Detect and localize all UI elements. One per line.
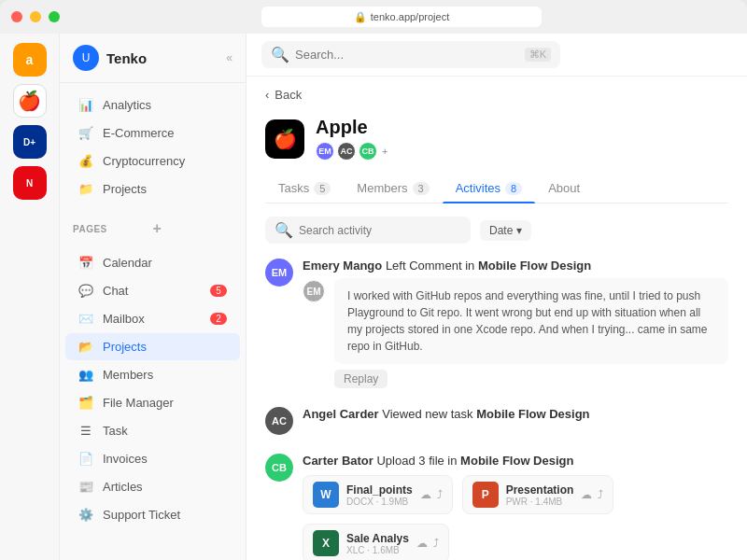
tab-label: Members (357, 181, 407, 195)
replay-button[interactable]: Replay (334, 370, 388, 388)
project-avatars: EM AC CB + (316, 142, 388, 161)
sidebar-logo: U (73, 45, 99, 71)
sidebar-item-label: Cryptocurrency (103, 154, 185, 168)
sidebar-item-label: Support Ticket (103, 508, 180, 522)
task-icon: ☰ (78, 424, 93, 438)
sidebar-item-chat[interactable]: 💬 Chat 5 (65, 277, 240, 304)
file-meta: PWR · 1.4MB (506, 497, 574, 507)
tab-about[interactable]: About (535, 174, 593, 203)
dock-icon-apple[interactable]: 🍎 (13, 84, 47, 118)
sidebar-item-invoices[interactable]: 📄 Invoices (65, 445, 240, 472)
avatar-more[interactable]: + (382, 146, 388, 157)
commenter-avatar: EM (303, 280, 325, 302)
file-actions: ☁ ⤴ (581, 488, 603, 501)
tab-label: Tasks (278, 181, 309, 195)
dock-icon-netflix[interactable]: N (13, 166, 47, 200)
file-name: Final_points (346, 483, 413, 497)
search-input[interactable] (295, 48, 519, 62)
file-info: Presentation PWR · 1.4MB (506, 483, 574, 507)
icon-dock: a 🍎 D+ N (0, 34, 60, 560)
members-icon: 👥 (78, 368, 93, 382)
dock-icon-disney[interactable]: D+ (13, 125, 47, 159)
share-icon[interactable]: ⤴ (433, 537, 439, 550)
share-icon[interactable]: ⤴ (437, 488, 443, 501)
file-item: P Presentation PWR · 1.4MB ☁ ⤴ (462, 475, 614, 514)
traffic-light-green[interactable] (49, 11, 60, 22)
file-meta: DOCX · 1.9MB (346, 497, 413, 507)
sidebar-item-projects-top[interactable]: 📁 Projects (65, 175, 240, 203)
activity-comment: I worked with GitHub repos and everythin… (334, 278, 728, 364)
share-icon[interactable]: ⤴ (598, 488, 603, 501)
sidebar-item-label: File Manager (103, 396, 174, 410)
activity-project: Mobile Flow Design (460, 454, 573, 468)
file-actions: ☁ ⤴ (416, 537, 439, 550)
activity-body: Angel Carder Viewed new task Mobile Flow… (303, 407, 728, 435)
pages-add-button[interactable]: + (153, 220, 233, 237)
activity-project: Mobile Flow Design (478, 259, 591, 273)
file-item: X Sale Analys XLC · 1.6MB ☁ ⤴ (303, 524, 449, 560)
chat-badge: 5 (210, 285, 227, 297)
sidebar-item-label: Chat (103, 284, 128, 298)
activity-actor: Carter Bator (303, 454, 374, 468)
sidebar-item-support[interactable]: ⚙️ Support Ticket (65, 501, 240, 528)
activity-actor: Emery Mango (303, 259, 382, 273)
cloud-icon[interactable]: ☁ (420, 488, 431, 501)
activity-search[interactable]: 🔍 (265, 217, 471, 244)
traffic-light-red[interactable] (11, 11, 22, 22)
sidebar-item-file-manager[interactable]: 🗂️ File Manager (65, 389, 240, 416)
projects-page-icon: 📂 (78, 340, 93, 354)
search-box[interactable]: 🔍 ⌘K (261, 41, 560, 68)
activity-action: Upload 3 file in (376, 454, 460, 468)
pages-label: PAGES (73, 224, 153, 234)
date-filter-label: Date (489, 224, 513, 237)
projects-icon: 📁 (78, 182, 93, 196)
sidebar-item-label: Mailbox (103, 312, 145, 326)
sidebar-item-cryptocurrency[interactable]: 💰 Cryptocurrency (65, 147, 240, 175)
avatar: AC (265, 407, 293, 435)
sidebar-item-members[interactable]: 👥 Members (65, 361, 240, 388)
tab-members[interactable]: Members 3 (344, 174, 442, 203)
sidebar-item-analytics[interactable]: 📊 Analytics (65, 91, 240, 119)
collapse-button[interactable]: « (226, 51, 233, 64)
sidebar-item-ecommerce[interactable]: 🛒 E-Commerce (65, 119, 240, 147)
traffic-light-yellow[interactable] (30, 11, 41, 22)
date-filter[interactable]: Date ▾ (480, 220, 531, 241)
logo-letter: U (82, 51, 91, 64)
search-shortcut: ⌘K (525, 48, 551, 62)
sidebar-item-mailbox[interactable]: ✉️ Mailbox 2 (65, 305, 240, 332)
tab-tasks[interactable]: Tasks 5 (265, 174, 344, 203)
sidebar-item-label: Projects (103, 340, 147, 354)
sidebar-header: U Tenko « (60, 34, 246, 83)
address-bar: 🔒 tenko.app/project (261, 7, 542, 27)
tab-activites[interactable]: Activites 8 (443, 174, 536, 203)
project-header: 🍎 Apple EM AC CB + (265, 111, 728, 174)
sidebar-item-label: Calendar (103, 256, 152, 270)
address-text: tenko.app/project (371, 11, 449, 22)
activity-search-input[interactable] (299, 224, 439, 237)
search-icon: 🔍 (271, 46, 289, 63)
sidebar-item-task[interactable]: ☰ Task (65, 417, 240, 444)
activity-list: EM Emery Mango Left Comment in Mobile Fl… (265, 259, 728, 560)
sidebar-item-articles[interactable]: 📰 Articles (65, 473, 240, 500)
sidebar-item-label: Members (103, 368, 153, 382)
dock-icon-amazon[interactable]: a (13, 43, 47, 77)
window-chrome: 🔒 tenko.app/project (0, 0, 747, 34)
tab-count: 3 (413, 182, 430, 195)
activity-actor: Angel Carder (303, 407, 379, 421)
sidebar-item-calendar[interactable]: 📅 Calendar (65, 249, 240, 276)
activity-action: Left Comment in (386, 259, 478, 273)
activity-action: Viewed new task (382, 407, 476, 421)
mailbox-icon: ✉️ (78, 312, 93, 326)
project-icon-glyph: 🍎 (274, 128, 297, 150)
cloud-icon[interactable]: ☁ (416, 537, 428, 550)
sidebar-item-label: Invoices (103, 452, 148, 466)
pages-section-header: PAGES + (60, 211, 246, 241)
avatar: CB (359, 142, 377, 161)
support-icon: ⚙️ (78, 508, 93, 522)
cloud-icon[interactable]: ☁ (581, 488, 592, 501)
file-name: Presentation (506, 483, 574, 497)
sidebar-item-projects[interactable]: 📂 Projects (65, 333, 240, 360)
activity-item: CB Carter Bator Upload 3 file in Mobile … (265, 454, 728, 560)
back-label: Back (275, 88, 302, 102)
back-nav[interactable]: ‹ Back (265, 77, 728, 111)
